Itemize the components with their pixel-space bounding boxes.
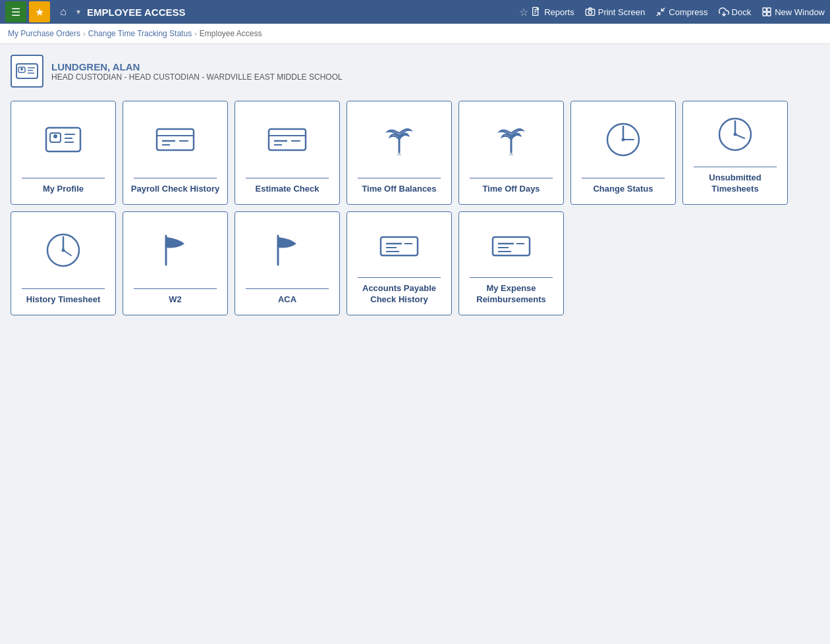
user-info: LUNDGREN, ALAN HEAD CUSTODIAN - HEAD CUS… bbox=[51, 61, 343, 82]
tile-divider bbox=[22, 178, 105, 178]
bookmark-icon[interactable]: ☆ bbox=[519, 6, 528, 18]
breadcrumb: My Purchase Orders › Change Time Trackin… bbox=[0, 24, 830, 44]
tile-icon-aca bbox=[263, 212, 311, 288]
svg-rect-11 bbox=[763, 13, 766, 16]
user-job-title: HEAD CUSTODIAN - HEAD CUSTODIAN - WARDVI… bbox=[51, 72, 343, 82]
document-icon bbox=[531, 7, 541, 17]
main-content: LUNDGREN, ALAN HEAD CUSTODIAN - HEAD CUS… bbox=[0, 44, 830, 326]
tile-divider bbox=[470, 178, 553, 178]
tile-divider bbox=[134, 288, 217, 289]
tile-label-payroll: Payroll Check History bbox=[126, 184, 225, 195]
avatar-icon bbox=[14, 59, 40, 84]
tile-label-history: History Timesheet bbox=[21, 294, 105, 306]
tile-my-expense[interactable]: My Expense Reimbursements bbox=[458, 211, 564, 315]
breadcrumb-item-1[interactable]: My Purchase Orders bbox=[8, 29, 80, 38]
tile-divider bbox=[246, 178, 329, 178]
tile-label-estimate: Estimate Check bbox=[250, 184, 325, 195]
topbar: ☰ ★ ⌂ ▾ EMPLOYEE ACCESS ☆ Reports Print … bbox=[0, 0, 830, 24]
print-screen-button[interactable]: Print Screen bbox=[585, 7, 646, 17]
tile-icon-change-status bbox=[599, 101, 647, 178]
reports-button[interactable]: Reports bbox=[531, 7, 574, 17]
tile-icon-estimate bbox=[263, 101, 311, 178]
new-window-button[interactable]: New Window bbox=[761, 7, 825, 17]
dock-icon bbox=[719, 7, 729, 17]
menu-button[interactable]: ☰ bbox=[5, 1, 26, 22]
tile-w2[interactable]: W2 bbox=[123, 211, 228, 315]
tile-divider bbox=[694, 167, 777, 167]
svg-rect-49 bbox=[381, 237, 418, 255]
nav-chevron[interactable]: ▾ bbox=[76, 7, 80, 16]
svg-point-5 bbox=[588, 11, 592, 14]
tile-label-accounts-payable: Accounts Payable Check History bbox=[347, 283, 451, 306]
tile-divider bbox=[358, 178, 441, 178]
compress-button[interactable]: Compress bbox=[655, 7, 707, 17]
tile-divider bbox=[470, 277, 553, 278]
tile-divider bbox=[582, 178, 665, 178]
dock-button[interactable]: Dock bbox=[719, 7, 752, 17]
svg-rect-30 bbox=[269, 129, 306, 150]
svg-rect-54 bbox=[493, 237, 530, 255]
compress-icon bbox=[655, 7, 666, 17]
home-button[interactable]: ⌂ bbox=[53, 1, 74, 22]
tile-payroll-check-history[interactable]: Payroll Check History bbox=[123, 101, 228, 205]
tile-label-my-profile: My Profile bbox=[38, 184, 89, 195]
svg-rect-25 bbox=[157, 129, 194, 150]
tile-my-profile[interactable]: My Profile bbox=[11, 101, 116, 205]
tile-icon-expense bbox=[487, 212, 535, 277]
tile-divider bbox=[246, 288, 329, 289]
breadcrumb-item-2[interactable]: Change Time Tracking Status bbox=[88, 29, 192, 38]
tile-grid: My Profile Payroll Check History bbox=[11, 101, 819, 315]
tile-label-unsubmitted: Unsubmitted Timesheets bbox=[683, 173, 787, 195]
tile-icon-unsubmitted bbox=[711, 101, 759, 167]
breadcrumb-current: Employee Access bbox=[200, 29, 262, 38]
page-title: EMPLOYEE ACCESS bbox=[87, 7, 514, 18]
tile-history-timesheet[interactable]: History Timesheet bbox=[11, 211, 116, 315]
avatar bbox=[11, 55, 43, 88]
favorites-button[interactable]: ★ bbox=[29, 1, 50, 22]
svg-line-7 bbox=[662, 8, 665, 11]
tile-label-time-off-balances: Time Off Balances bbox=[356, 184, 441, 195]
svg-rect-12 bbox=[767, 13, 771, 16]
breadcrumb-sep-1: › bbox=[83, 30, 86, 38]
tile-label-expense: My Expense Reimbursements bbox=[459, 283, 563, 306]
tile-time-off-balances[interactable]: Time Off Balances bbox=[346, 101, 452, 205]
tile-divider bbox=[358, 277, 441, 278]
tile-icon-w2 bbox=[152, 212, 199, 288]
svg-point-21 bbox=[53, 134, 57, 138]
topbar-actions: Reports Print Screen Compress Dock New W… bbox=[531, 7, 825, 17]
tile-unsubmitted-timesheets[interactable]: Unsubmitted Timesheets bbox=[682, 101, 788, 205]
newwindow-icon bbox=[761, 7, 772, 17]
svg-rect-13 bbox=[16, 64, 38, 78]
user-name: LUNDGREN, ALAN bbox=[51, 61, 343, 72]
tile-divider bbox=[22, 288, 105, 289]
tile-time-off-days[interactable]: Time Off Days bbox=[458, 101, 564, 205]
tile-estimate-check[interactable]: Estimate Check bbox=[235, 101, 340, 205]
tile-aca[interactable]: ACA bbox=[235, 211, 340, 315]
tile-icon-accounts-payable bbox=[375, 212, 423, 277]
svg-rect-10 bbox=[767, 8, 771, 11]
tile-icon-payroll bbox=[152, 101, 199, 178]
camera-icon bbox=[585, 7, 595, 17]
svg-line-6 bbox=[657, 13, 660, 16]
tile-label-aca: ACA bbox=[273, 294, 302, 306]
svg-point-15 bbox=[20, 68, 23, 70]
tile-icon-my-profile bbox=[40, 101, 87, 178]
tile-icon-time-off-days bbox=[487, 101, 535, 178]
tile-accounts-payable[interactable]: Accounts Payable Check History bbox=[346, 211, 452, 315]
breadcrumb-sep-2: › bbox=[194, 30, 197, 38]
tile-icon-history bbox=[40, 212, 87, 288]
tile-change-status[interactable]: Change Status bbox=[570, 101, 676, 205]
tile-divider bbox=[134, 178, 217, 178]
user-header: LUNDGREN, ALAN HEAD CUSTODIAN - HEAD CUS… bbox=[11, 55, 819, 88]
svg-rect-19 bbox=[46, 128, 80, 151]
svg-rect-9 bbox=[763, 8, 766, 11]
tile-label-change-status: Change Status bbox=[588, 184, 658, 195]
tile-icon-time-off-balances bbox=[375, 101, 423, 178]
tile-label-time-off-days: Time Off Days bbox=[477, 184, 545, 195]
tile-label-w2: W2 bbox=[163, 294, 187, 306]
